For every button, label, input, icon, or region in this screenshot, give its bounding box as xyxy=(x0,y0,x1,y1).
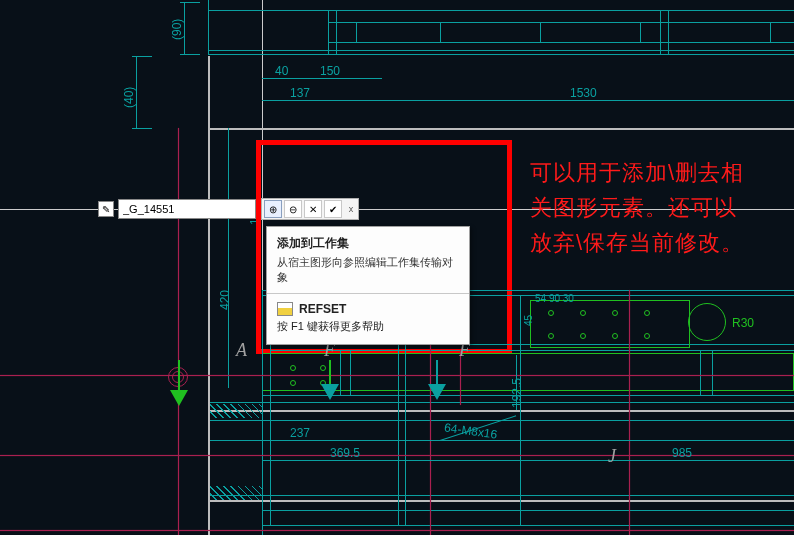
bolt-hole xyxy=(548,310,554,316)
dim-ext xyxy=(180,2,200,3)
edge xyxy=(520,295,521,525)
tooltip-subtitle: 从宿主图形向参照编辑工作集传输对象 xyxy=(267,252,469,293)
edit-toggle-icon[interactable]: ✎ xyxy=(98,201,114,217)
refedit-toolbar: ⊕ ⊖ ✕ ✔ x xyxy=(261,198,359,220)
edge xyxy=(262,525,794,526)
profile-line xyxy=(210,410,794,412)
beam-line xyxy=(208,50,794,51)
tooltip: 添加到工作集 从宿主图形向参照编辑工作集传输对象 REFSET 按 F1 键获得… xyxy=(266,226,470,345)
dim-90: (90) xyxy=(170,19,184,40)
dim-420: 420 xyxy=(218,290,232,310)
dim-150: 150 xyxy=(320,64,340,78)
beam-vert xyxy=(660,10,661,54)
profile-line xyxy=(208,128,794,130)
edge xyxy=(210,495,794,496)
beam-vert xyxy=(440,22,441,42)
beam-vert xyxy=(328,10,329,54)
dim-40a: (40) xyxy=(122,87,136,108)
tooltip-command-row: REFSET xyxy=(267,294,469,316)
section-letter-J: J xyxy=(608,446,616,467)
annotation-line: 关图形元素。还可以 xyxy=(530,190,790,225)
dim-line xyxy=(210,440,794,441)
edge xyxy=(210,402,794,403)
command-input-wrap[interactable] xyxy=(118,199,256,219)
bolt-hole xyxy=(290,380,296,386)
command-icon xyxy=(277,302,293,316)
beam-vert xyxy=(336,10,337,54)
bolt-hole xyxy=(290,365,296,371)
save-changes-icon[interactable]: ✔ xyxy=(324,200,342,218)
command-input[interactable] xyxy=(119,203,255,215)
bolt-hole xyxy=(644,333,650,339)
profile-line xyxy=(208,56,210,535)
dim-ext xyxy=(180,54,200,55)
bolt-hole xyxy=(644,310,650,316)
bolt-hole xyxy=(548,333,554,339)
dim-line xyxy=(228,128,229,388)
edge xyxy=(340,350,341,395)
dim-line xyxy=(262,100,362,101)
beam-vert xyxy=(356,22,357,42)
dim-549030: 54 90 30 xyxy=(535,293,574,304)
edge xyxy=(350,350,351,395)
tooltip-help: 按 F1 键获得更多帮助 xyxy=(267,316,469,344)
edge xyxy=(262,395,794,396)
dim-line xyxy=(362,100,794,101)
dim-line xyxy=(262,78,382,79)
bolt-hole xyxy=(612,310,618,316)
dim-192: 192.5 xyxy=(510,378,524,408)
hatch xyxy=(210,404,262,418)
bolt-hole xyxy=(612,333,618,339)
hatch xyxy=(210,486,262,500)
centerline-h xyxy=(0,530,794,531)
beam-vert xyxy=(208,0,209,55)
dim-237: 237 xyxy=(290,426,310,440)
edge xyxy=(270,350,794,351)
dim-line xyxy=(262,460,432,461)
annotation-line: 可以用于添加\删去相 xyxy=(530,155,790,190)
beam-line xyxy=(208,54,794,55)
beam-line xyxy=(328,22,794,23)
dim-r30: R30 xyxy=(732,316,754,330)
beam-line xyxy=(328,42,794,43)
dim-45: 45 xyxy=(523,315,534,326)
edge xyxy=(712,350,713,395)
beam-vert xyxy=(770,22,771,42)
dim-ext xyxy=(132,128,152,129)
centerline-v xyxy=(629,290,630,535)
bolt-hole xyxy=(580,333,586,339)
centerline-h xyxy=(0,375,794,376)
dim-ext xyxy=(132,56,152,57)
dim-line xyxy=(184,2,185,54)
tooltip-command: REFSET xyxy=(299,302,346,316)
dim-985: 985 xyxy=(672,446,692,460)
centerline-v xyxy=(178,128,179,535)
circle-r30 xyxy=(688,303,726,341)
beam-vert xyxy=(640,22,641,42)
cad-canvas[interactable]: (90) (40) 40 150 137 1530 420 18 可以用于添加\… xyxy=(0,0,794,535)
section-letter-A: A xyxy=(236,340,247,361)
bolt-hole xyxy=(580,310,586,316)
remove-from-workset-icon[interactable]: ⊖ xyxy=(284,200,302,218)
dim-40b: 40 xyxy=(275,64,288,78)
beam-vert xyxy=(540,22,541,42)
section-arrow xyxy=(428,384,446,400)
tooltip-title: 添加到工作集 xyxy=(267,227,469,252)
section-arrow xyxy=(170,390,188,406)
profile-line xyxy=(210,500,794,502)
edge xyxy=(700,350,701,395)
discard-changes-icon[interactable]: ✕ xyxy=(304,200,322,218)
dim-369: 369.5 xyxy=(330,446,360,460)
beam-line xyxy=(208,10,794,11)
annotation-text: 可以用于添加\删去相 关图形元素。还可以 放弃\保存当前修改。 xyxy=(530,155,790,261)
green-bracket xyxy=(530,300,690,348)
dim-line xyxy=(516,355,517,410)
add-to-workset-icon[interactable]: ⊕ xyxy=(264,200,282,218)
dim-1530: 1530 xyxy=(570,86,597,100)
green-panel xyxy=(262,353,794,391)
section-marker xyxy=(178,360,180,392)
dim-line xyxy=(136,56,137,128)
dim-137: 137 xyxy=(290,86,310,100)
edge xyxy=(262,290,263,535)
close-icon[interactable]: x xyxy=(346,204,356,214)
